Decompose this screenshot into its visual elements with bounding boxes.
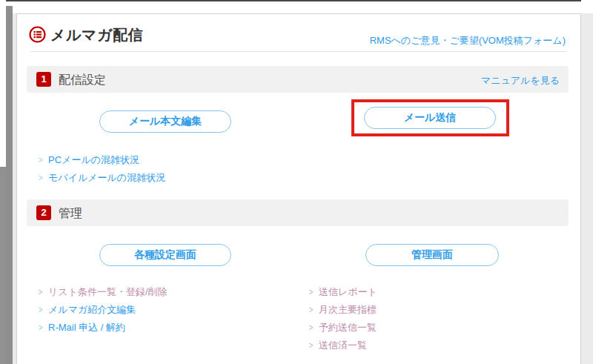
mail-body-edit-button[interactable]: メール本文編集 bbox=[99, 110, 231, 133]
mobile-mail-congestion-link[interactable]: >モバイルメールの混雑状況 bbox=[38, 171, 165, 185]
monthly-indicators-link[interactable]: >月次主要指標 bbox=[308, 303, 377, 317]
section-title: 配信設定 bbox=[59, 73, 106, 88]
scheduled-send-list-link[interactable]: >予約送信一覧 bbox=[308, 321, 377, 334]
page-title: メルマガ配信 bbox=[50, 25, 143, 45]
rmail-apply-cancel-link[interactable]: >R-Mail 申込 / 解約 bbox=[38, 321, 125, 334]
magazine-intro-edit-link[interactable]: >メルマガ紹介文編集 bbox=[38, 303, 136, 317]
list-circle-icon bbox=[29, 26, 46, 43]
various-settings-button[interactable]: 各種設定画面 bbox=[99, 244, 231, 266]
chevron-right-icon: > bbox=[39, 322, 43, 334]
pc-mail-congestion-link[interactable]: >PCメールの混雑状況 bbox=[38, 153, 139, 167]
section-number-badge: 1 bbox=[36, 72, 51, 87]
chevron-right-icon: > bbox=[309, 287, 314, 298]
header-divider bbox=[30, 51, 566, 52]
mail-send-button[interactable]: メール送信 bbox=[364, 107, 496, 129]
chevron-right-icon: > bbox=[309, 322, 314, 334]
chevron-right-icon: > bbox=[39, 155, 43, 166]
screen: メルマガ配信 RMSへのご意見・ご要望(VOM投稿フォーム) 1 配信設定 マニ… bbox=[0, 0, 593, 364]
mail-magazine-panel: メルマガ配信 RMSへのご意見・ご要望(VOM投稿フォーム) 1 配信設定 マニ… bbox=[16, 13, 581, 364]
left-panel-edge bbox=[0, 167, 6, 364]
sent-list-link[interactable]: >送信済一覧 bbox=[308, 339, 367, 352]
chevron-right-icon: > bbox=[309, 305, 314, 316]
chevron-right-icon: > bbox=[39, 287, 43, 298]
management-screen-button[interactable]: 管理画面 bbox=[365, 244, 499, 266]
section-delivery-settings-header: 1 配信設定 マニュアルを見る bbox=[27, 66, 569, 93]
send-report-link[interactable]: >送信レポート bbox=[308, 285, 377, 299]
chevron-right-icon: > bbox=[39, 305, 43, 316]
view-manual-link[interactable]: マニュアルを見る bbox=[481, 74, 560, 87]
chevron-right-icon: > bbox=[309, 340, 314, 351]
window-top-edge bbox=[6, 0, 581, 1]
left-scrollbar[interactable] bbox=[6, 6, 13, 364]
chevron-right-icon: > bbox=[39, 173, 43, 184]
section-management-header: 2 管理 bbox=[27, 199, 569, 226]
list-conditions-link[interactable]: >リスト条件一覧・登録/削除 bbox=[38, 285, 168, 299]
section-number-badge: 2 bbox=[36, 205, 51, 220]
section-title: 管理 bbox=[59, 206, 82, 222]
rms-feedback-link[interactable]: RMSへのご意見・ご要望(VOM投稿フォーム) bbox=[370, 34, 566, 47]
highlight-box: メール送信 bbox=[351, 99, 509, 136]
